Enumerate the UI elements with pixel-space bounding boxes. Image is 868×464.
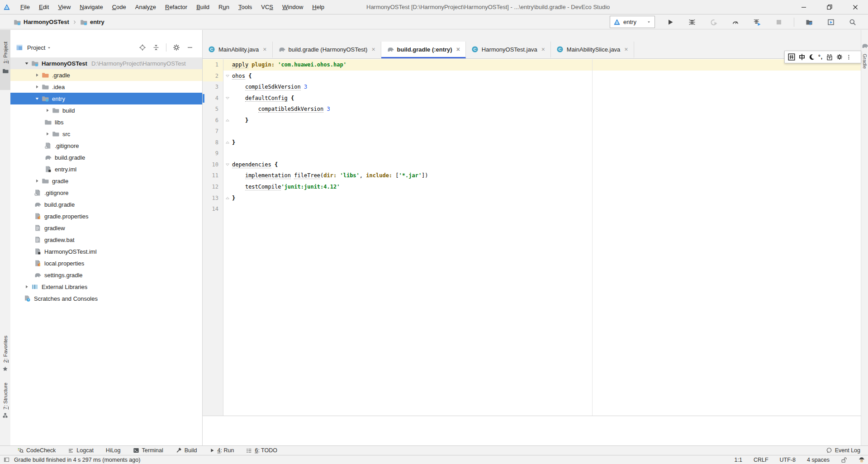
menu-navigate[interactable]: Navigate	[75, 0, 107, 14]
device-manager-button[interactable]	[798, 17, 820, 28]
ime-more-icon[interactable]	[846, 54, 852, 60]
ime-punctuation-icon[interactable]: °,	[818, 54, 823, 60]
tree-item-scratches-and-consoles[interactable]: Scratches and Consoles	[10, 293, 202, 304]
close-tab-icon[interactable]: ×	[456, 46, 460, 52]
tab-mainabilityslice.java[interactable]: CMainAbilitySlice.java×	[551, 42, 634, 58]
tree-item-gradlew[interactable]: gradlew	[10, 222, 202, 234]
close-button[interactable]	[842, 0, 868, 14]
tab-build.gradle-harmonyostest-[interactable]: build.gradle (HarmonyOSTest)×	[273, 42, 381, 58]
tree-collapse-arrow-icon[interactable]	[33, 96, 42, 101]
menu-file[interactable]: File	[16, 0, 34, 14]
code-line-10[interactable]: 10dependencies {	[203, 159, 861, 170]
tree-expand-arrow-icon[interactable]	[33, 72, 42, 78]
tree-item-settings.gradle[interactable]: settings.gradle	[10, 269, 202, 281]
tree-item-.gitignore[interactable]: .gitignore	[10, 140, 202, 152]
code-line-7[interactable]: 7	[203, 126, 861, 137]
search-everywhere-button[interactable]	[842, 17, 863, 28]
tree-expand-arrow-icon[interactable]	[22, 284, 31, 289]
code-line-9[interactable]: 9	[203, 148, 861, 159]
code-line-5[interactable]: 5 compatibleSdkVersion 3	[203, 104, 861, 115]
tree-expand-arrow-icon[interactable]	[43, 108, 52, 113]
menu-edit[interactable]: Edit	[34, 0, 53, 14]
attach-debugger-button[interactable]	[746, 17, 768, 28]
chevron-down-icon[interactable]	[47, 45, 52, 50]
tree-collapse-arrow-icon[interactable]	[22, 61, 31, 66]
code-line-8[interactable]: 8}	[203, 137, 861, 148]
fold-marker-icon[interactable]	[223, 193, 231, 204]
tree-item-external-libraries[interactable]: External Libraries	[10, 281, 202, 293]
fold-marker-icon[interactable]	[223, 159, 231, 170]
fold-marker-icon[interactable]	[223, 115, 231, 126]
menu-build[interactable]: Build	[192, 0, 214, 14]
toolwindow-build[interactable]: Build	[175, 447, 197, 454]
status-line-endings[interactable]: CRLF	[754, 457, 768, 463]
ime-pinyin-icon[interactable]	[788, 53, 795, 61]
code-line-6[interactable]: 6 }	[203, 115, 861, 126]
tree-item-gradlew.bat[interactable]: gradlew.bat	[10, 234, 202, 246]
tree-item-entry.iml[interactable]: entry.iml	[10, 163, 202, 175]
code-line-1[interactable]: 1apply plugin: 'com.huawei.ohos.hap'	[203, 59, 861, 71]
tree-item-.gradle[interactable]: .gradle	[10, 69, 202, 81]
breadcrumb-item-entry[interactable]: entry	[80, 19, 104, 26]
status-caret-position[interactable]: 1:1	[735, 457, 742, 463]
breadcrumb-item-harmonyostest[interactable]: HarmonyOSTest	[14, 19, 69, 26]
toolwindow-button-favorites[interactable]: 2: Favorites	[0, 336, 10, 372]
tree-item-local.properties[interactable]: local.properties	[10, 257, 202, 269]
menu-analyze[interactable]: Analyze	[131, 0, 161, 14]
previewer-button[interactable]	[820, 17, 842, 28]
project-panel-title[interactable]: Project	[27, 44, 45, 51]
ime-full-half-width-icon[interactable]	[809, 54, 815, 60]
tab-harmonyostest.java[interactable]: CHarmonyOSTest.java×	[466, 42, 551, 58]
toolwindow-button-project[interactable]: 1: Project	[0, 30, 10, 90]
close-tab-icon[interactable]: ×	[624, 46, 628, 52]
toolwindow-toggle-icon[interactable]	[4, 457, 9, 463]
tree-expand-arrow-icon[interactable]	[33, 84, 42, 90]
tree-item-build[interactable]: build	[10, 104, 202, 116]
code-line-14[interactable]: 14	[203, 204, 861, 215]
tree-item-src[interactable]: src	[10, 128, 202, 140]
ime-settings-icon[interactable]	[836, 54, 843, 60]
tree-item-gradle.properties[interactable]: gradle.properties	[10, 210, 202, 222]
fold-marker-icon[interactable]	[223, 93, 231, 104]
minimize-button[interactable]	[791, 0, 816, 14]
menu-help[interactable]: Help	[308, 0, 329, 14]
lock-open-icon[interactable]	[841, 457, 847, 463]
locate-file-icon[interactable]	[139, 44, 146, 51]
code-line-3[interactable]: 3 compileSdkVersion 3	[203, 81, 861, 93]
close-tab-icon[interactable]: ×	[541, 46, 545, 52]
run-button[interactable]	[659, 17, 681, 28]
restore-button[interactable]	[816, 0, 842, 14]
editor-empty-area[interactable]	[203, 215, 861, 416]
tree-item-harmonyostest.iml[interactable]: HarmonyOSTest.iml	[10, 246, 202, 257]
tree-expand-arrow-icon[interactable]	[33, 178, 42, 184]
status-encoding[interactable]: UTF-8	[780, 457, 796, 463]
code-editor[interactable]: 1apply plugin: 'com.huawei.ohos.hap'2oho…	[203, 59, 861, 416]
code-line-2[interactable]: 2ohos {	[203, 71, 861, 82]
toolwindow-logcat[interactable]: Logcat	[68, 447, 94, 454]
toolwindow-terminal[interactable]: Terminal	[133, 447, 163, 454]
ime-simplified-icon[interactable]	[826, 53, 833, 61]
menu-refactor[interactable]: Refactor	[161, 0, 192, 14]
debug-button[interactable]	[681, 17, 703, 28]
tree-item-libs[interactable]: libs	[10, 116, 202, 128]
close-tab-icon[interactable]: ×	[371, 46, 375, 52]
highlighting-level-icon[interactable]	[859, 457, 865, 463]
run-coverage-button[interactable]	[703, 17, 725, 28]
menu-view[interactable]: View	[53, 0, 75, 14]
gear-icon[interactable]	[173, 44, 180, 51]
ime-chinese-mode-icon[interactable]	[798, 53, 806, 61]
toolwindow-codecheck[interactable]: CodeCheck	[17, 447, 56, 454]
menu-code[interactable]: Code	[108, 0, 131, 14]
code-line-11[interactable]: 11 implementation fileTree(dir: 'libs', …	[203, 170, 861, 181]
tree-item-gradle[interactable]: gradle	[10, 175, 202, 187]
tree-item-build.gradle[interactable]: build.gradle	[10, 152, 202, 163]
code-line-12[interactable]: 12 testCompile'junit:junit:4.12'	[203, 181, 861, 193]
tree-item-harmonyostest[interactable]: HarmonyOSTestD:\HarmonyProject\HarmonyOS…	[10, 57, 202, 69]
toolwindow-button-gradle[interactable]: Gradle	[862, 54, 868, 69]
toolwindow-6-todo[interactable]: 6: TODO	[246, 447, 277, 454]
menu-tools[interactable]: Tools	[234, 0, 256, 14]
close-tab-icon[interactable]: ×	[263, 46, 266, 52]
run-config-selector[interactable]: entry	[610, 16, 655, 28]
menu-vcs[interactable]: VCS	[256, 0, 278, 14]
toolwindow-4-run[interactable]: 4: Run	[209, 447, 234, 454]
